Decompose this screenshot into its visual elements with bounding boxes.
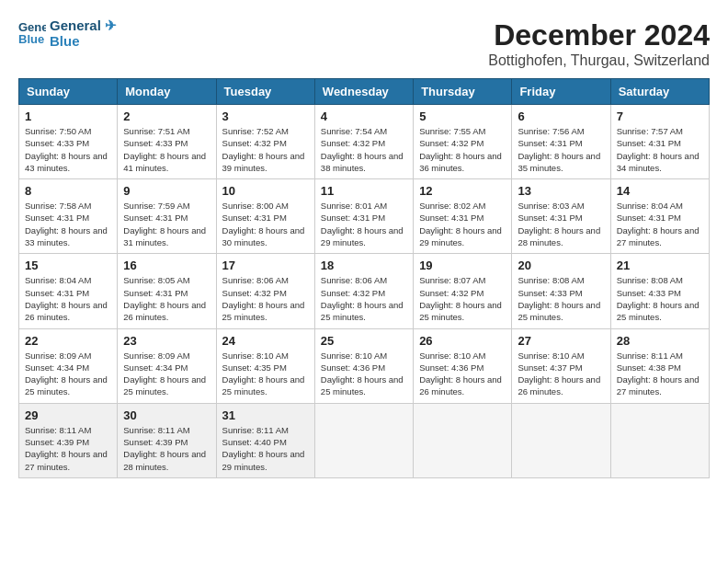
- calendar-cell: 20 Sunrise: 8:08 AM Sunset: 4:33 PM Dayl…: [512, 254, 610, 328]
- day-number: 22: [25, 334, 111, 348]
- day-info: Sunrise: 8:10 AM Sunset: 4:36 PM Dayligh…: [321, 350, 407, 398]
- day-number: 17: [222, 259, 309, 272]
- day-number: 30: [123, 408, 210, 422]
- calendar-cell: 3 Sunrise: 7:52 AM Sunset: 4:32 PM Dayli…: [216, 105, 314, 179]
- day-info: Sunrise: 7:50 AM Sunset: 4:33 PM Dayligh…: [25, 125, 111, 174]
- header-sunday: Sunday: [19, 79, 118, 105]
- calendar-week-3: 15 Sunrise: 8:04 AM Sunset: 4:31 PM Dayl…: [19, 254, 710, 328]
- day-info: Sunrise: 8:01 AM Sunset: 4:31 PM Dayligh…: [321, 200, 407, 248]
- day-number: 14: [617, 184, 703, 198]
- day-info: Sunrise: 8:10 AM Sunset: 4:37 PM Dayligh…: [518, 350, 604, 398]
- calendar-week-4: 22 Sunrise: 8:09 AM Sunset: 4:34 PM Dayl…: [19, 328, 710, 403]
- calendar-cell: [314, 403, 413, 477]
- calendar-cell: 7 Sunrise: 7:57 AM Sunset: 4:31 PM Dayli…: [610, 105, 709, 179]
- logo-icon: General Blue: [18, 18, 46, 46]
- calendar-cell: 1 Sunrise: 7:50 AM Sunset: 4:33 PM Dayli…: [19, 105, 118, 179]
- month-title: December 2024: [488, 18, 710, 52]
- calendar-cell: 8 Sunrise: 7:58 AM Sunset: 4:31 PM Dayli…: [19, 179, 118, 254]
- calendar-cell: 13 Sunrise: 8:03 AM Sunset: 4:31 PM Dayl…: [512, 179, 610, 254]
- calendar-cell: [512, 403, 610, 477]
- calendar-cell: 9 Sunrise: 7:59 AM Sunset: 4:31 PM Dayli…: [118, 179, 216, 254]
- day-info: Sunrise: 7:58 AM Sunset: 4:31 PM Dayligh…: [25, 200, 111, 248]
- calendar-cell: 22 Sunrise: 8:09 AM Sunset: 4:34 PM Dayl…: [19, 328, 118, 403]
- day-number: 23: [123, 334, 210, 348]
- day-info: Sunrise: 8:06 AM Sunset: 4:32 PM Dayligh…: [222, 274, 309, 323]
- day-number: 24: [222, 334, 309, 348]
- day-info: Sunrise: 8:02 AM Sunset: 4:31 PM Dayligh…: [419, 200, 506, 248]
- day-number: 31: [222, 408, 309, 422]
- calendar-cell: 2 Sunrise: 7:51 AM Sunset: 4:33 PM Dayli…: [118, 105, 216, 179]
- calendar-cell: 15 Sunrise: 8:04 AM Sunset: 4:31 PM Dayl…: [19, 254, 118, 328]
- day-number: 26: [419, 334, 506, 348]
- day-info: Sunrise: 7:51 AM Sunset: 4:33 PM Dayligh…: [123, 125, 210, 174]
- svg-text:Blue: Blue: [18, 32, 44, 46]
- calendar-cell: 6 Sunrise: 7:56 AM Sunset: 4:31 PM Dayli…: [512, 105, 610, 179]
- header-saturday: Saturday: [610, 79, 709, 105]
- day-number: 25: [321, 334, 407, 348]
- day-number: 5: [419, 109, 506, 123]
- day-number: 28: [617, 334, 703, 348]
- day-number: 6: [518, 109, 604, 123]
- logo-line1: General ✈: [50, 18, 117, 34]
- day-number: 1: [25, 109, 111, 123]
- day-info: Sunrise: 7:54 AM Sunset: 4:32 PM Dayligh…: [321, 125, 407, 174]
- day-info: Sunrise: 8:04 AM Sunset: 4:31 PM Dayligh…: [617, 200, 703, 248]
- day-info: Sunrise: 8:04 AM Sunset: 4:31 PM Dayligh…: [25, 274, 111, 323]
- day-info: Sunrise: 8:11 AM Sunset: 4:40 PM Dayligh…: [222, 424, 309, 473]
- day-info: Sunrise: 7:56 AM Sunset: 4:31 PM Dayligh…: [518, 125, 604, 174]
- day-info: Sunrise: 8:10 AM Sunset: 4:36 PM Dayligh…: [419, 350, 506, 398]
- calendar-cell: 27 Sunrise: 8:10 AM Sunset: 4:37 PM Dayl…: [512, 328, 610, 403]
- calendar-cell: 31 Sunrise: 8:11 AM Sunset: 4:40 PM Dayl…: [216, 403, 314, 477]
- calendar-cell: 29 Sunrise: 8:11 AM Sunset: 4:39 PM Dayl…: [19, 403, 118, 477]
- day-info: Sunrise: 8:11 AM Sunset: 4:39 PM Dayligh…: [25, 424, 111, 473]
- day-number: 20: [518, 259, 604, 272]
- logo-line2: Blue: [50, 34, 117, 50]
- calendar-week-2: 8 Sunrise: 7:58 AM Sunset: 4:31 PM Dayli…: [19, 179, 710, 254]
- logo: General Blue General ✈ Blue: [18, 18, 117, 49]
- header-row: Sunday Monday Tuesday Wednesday Thursday…: [19, 79, 710, 105]
- calendar-cell: 10 Sunrise: 8:00 AM Sunset: 4:31 PM Dayl…: [216, 179, 314, 254]
- day-number: 19: [419, 259, 506, 272]
- day-number: 21: [617, 259, 703, 272]
- calendar-cell: [610, 403, 709, 477]
- header-friday: Friday: [512, 79, 610, 105]
- day-info: Sunrise: 7:55 AM Sunset: 4:32 PM Dayligh…: [419, 125, 506, 174]
- day-info: Sunrise: 7:57 AM Sunset: 4:31 PM Dayligh…: [617, 125, 703, 174]
- calendar-cell: 30 Sunrise: 8:11 AM Sunset: 4:39 PM Dayl…: [118, 403, 216, 477]
- calendar-cell: 21 Sunrise: 8:08 AM Sunset: 4:33 PM Dayl…: [610, 254, 709, 328]
- calendar-table: Sunday Monday Tuesday Wednesday Thursday…: [18, 78, 710, 478]
- day-number: 13: [518, 184, 604, 198]
- page-wrapper: General Blue General ✈ Blue December 202…: [18, 18, 710, 478]
- day-number: 12: [419, 184, 506, 198]
- day-number: 15: [25, 259, 111, 272]
- day-info: Sunrise: 8:07 AM Sunset: 4:32 PM Dayligh…: [419, 274, 506, 323]
- calendar-week-1: 1 Sunrise: 7:50 AM Sunset: 4:33 PM Dayli…: [19, 105, 710, 179]
- day-number: 27: [518, 334, 604, 348]
- calendar-cell: 17 Sunrise: 8:06 AM Sunset: 4:32 PM Dayl…: [216, 254, 314, 328]
- day-info: Sunrise: 8:00 AM Sunset: 4:31 PM Dayligh…: [222, 200, 309, 248]
- day-info: Sunrise: 8:08 AM Sunset: 4:33 PM Dayligh…: [617, 274, 703, 323]
- day-number: 9: [123, 184, 210, 198]
- day-info: Sunrise: 8:09 AM Sunset: 4:34 PM Dayligh…: [123, 350, 210, 398]
- day-info: Sunrise: 8:09 AM Sunset: 4:34 PM Dayligh…: [25, 350, 111, 398]
- day-info: Sunrise: 8:10 AM Sunset: 4:35 PM Dayligh…: [222, 350, 309, 398]
- header-tuesday: Tuesday: [216, 79, 314, 105]
- day-number: 29: [25, 408, 111, 422]
- header-wednesday: Wednesday: [314, 79, 413, 105]
- day-number: 11: [321, 184, 407, 198]
- calendar-cell: 5 Sunrise: 7:55 AM Sunset: 4:32 PM Dayli…: [414, 105, 512, 179]
- calendar-cell: 14 Sunrise: 8:04 AM Sunset: 4:31 PM Dayl…: [610, 179, 709, 254]
- calendar-week-5: 29 Sunrise: 8:11 AM Sunset: 4:39 PM Dayl…: [19, 403, 710, 477]
- day-info: Sunrise: 7:52 AM Sunset: 4:32 PM Dayligh…: [222, 125, 309, 174]
- day-number: 7: [617, 109, 703, 123]
- calendar-cell: 19 Sunrise: 8:07 AM Sunset: 4:32 PM Dayl…: [414, 254, 512, 328]
- day-info: Sunrise: 8:11 AM Sunset: 4:38 PM Dayligh…: [617, 350, 703, 398]
- calendar-cell: 25 Sunrise: 8:10 AM Sunset: 4:36 PM Dayl…: [314, 328, 413, 403]
- calendar-cell: 18 Sunrise: 8:06 AM Sunset: 4:32 PM Dayl…: [314, 254, 413, 328]
- day-number: 8: [25, 184, 111, 198]
- calendar-cell: 16 Sunrise: 8:05 AM Sunset: 4:31 PM Dayl…: [118, 254, 216, 328]
- location-title: Bottighofen, Thurgau, Switzerland: [488, 52, 710, 69]
- calendar-cell: 4 Sunrise: 7:54 AM Sunset: 4:32 PM Dayli…: [314, 105, 413, 179]
- calendar-cell: 28 Sunrise: 8:11 AM Sunset: 4:38 PM Dayl…: [610, 328, 709, 403]
- calendar-cell: 12 Sunrise: 8:02 AM Sunset: 4:31 PM Dayl…: [414, 179, 512, 254]
